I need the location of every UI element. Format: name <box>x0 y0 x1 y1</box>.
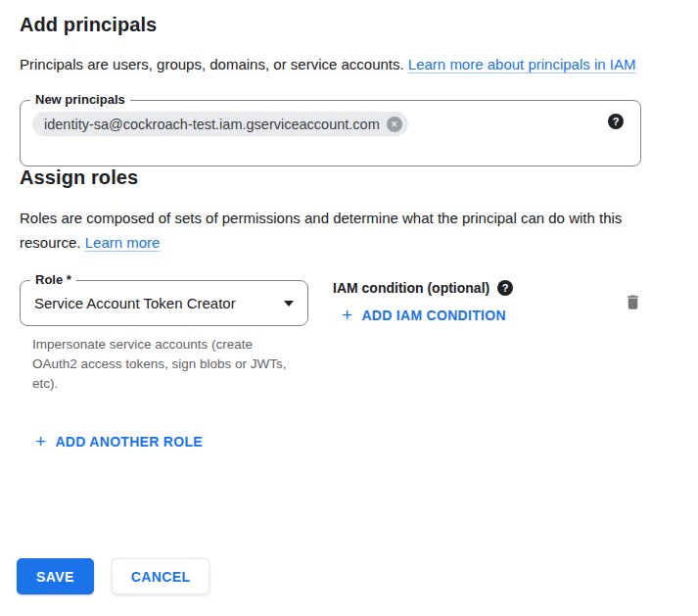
assign-roles-description: Roles are composed of sets of permission… <box>20 206 654 255</box>
new-principals-field[interactable]: New principals identity-sa@cockroach-tes… <box>20 100 641 166</box>
cancel-button[interactable]: CANCEL <box>112 558 210 594</box>
add-another-role-label: ADD ANOTHER ROLE <box>55 434 203 450</box>
trash-icon <box>624 292 642 312</box>
plus-icon: + <box>342 308 352 322</box>
assign-roles-title: Assign roles <box>20 166 678 189</box>
iam-condition-label: IAM condition (optional) <box>333 280 489 296</box>
new-principals-label: New principals <box>30 92 130 107</box>
role-label: Role * <box>30 272 76 287</box>
delete-role-column <box>622 280 644 317</box>
role-row: Role * Service Account Token Creator Imp… <box>20 280 678 394</box>
add-iam-condition-label: ADD IAM CONDITION <box>361 308 505 323</box>
intro-text: Principals are users, groups, domains, o… <box>20 56 408 72</box>
principal-chip[interactable]: identity-sa@cockroach-test.iam.gservicea… <box>32 112 408 136</box>
iam-condition-help-icon[interactable]: ? <box>497 280 513 296</box>
role-selected-value: Service Account Token Creator <box>34 295 276 311</box>
add-iam-condition-button[interactable]: + ADD IAM CONDITION <box>342 308 506 323</box>
delete-role-button[interactable] <box>622 290 644 317</box>
add-principals-panel: Add principals Principals are users, gro… <box>0 0 698 451</box>
learn-more-roles-link[interactable]: Learn more <box>85 234 161 251</box>
save-button[interactable]: SAVE <box>17 558 94 594</box>
plus-icon: + <box>35 435 46 449</box>
chip-remove-icon[interactable]: ✕ <box>387 117 402 132</box>
page-title: Add principals <box>20 14 678 36</box>
iam-condition-column: IAM condition (optional) ? + ADD IAM CON… <box>333 280 622 325</box>
dialog-actions: SAVE CANCEL <box>17 558 209 594</box>
principal-chip-text: identity-sa@cockroach-test.iam.gservicea… <box>44 117 380 132</box>
role-select[interactable]: Role * Service Account Token Creator <box>20 280 308 326</box>
new-principals-help-icon[interactable]: ? <box>608 114 624 129</box>
learn-more-principals-link[interactable]: Learn more about principals in IAM <box>408 56 636 72</box>
role-column: Role * Service Account Token Creator Imp… <box>20 280 308 394</box>
intro-paragraph: Principals are users, groups, domains, o… <box>20 52 654 76</box>
chevron-down-icon <box>284 301 294 307</box>
add-another-role-button[interactable]: + ADD ANOTHER ROLE <box>35 434 203 450</box>
role-helper-text: Impersonate service accounts (create OAu… <box>20 335 294 394</box>
